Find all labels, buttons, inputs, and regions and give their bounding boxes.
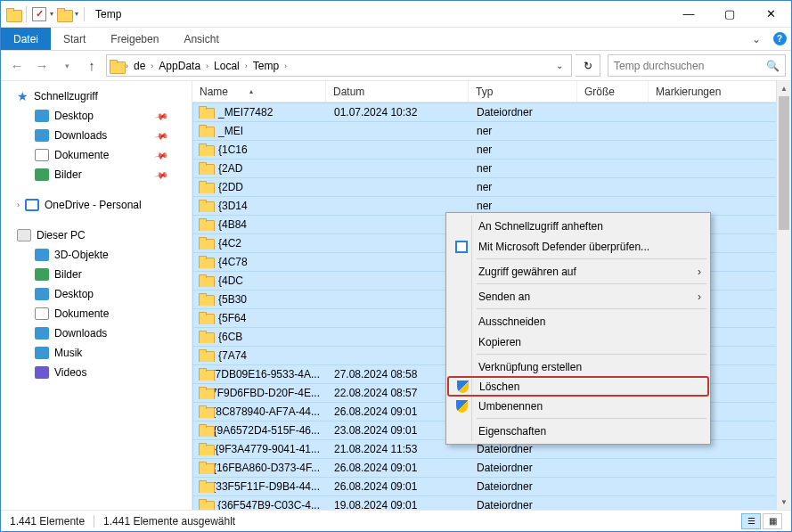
menu-create-shortcut[interactable]: Verknüpfung erstellen (448, 356, 708, 377)
chevron-right-icon[interactable]: › (282, 61, 289, 70)
sidebar-item[interactable]: Downloads (1, 323, 192, 343)
sidebar-onedrive[interactable]: › OneDrive - Personal (1, 195, 192, 215)
file-date: 21.08.2024 11:53 (327, 443, 469, 455)
folder-type-icon (35, 366, 49, 379)
folder-icon (199, 443, 210, 455)
table-row[interactable]: {16FBA860-D373-4F...26.08.2024 09:01Date… (192, 458, 791, 477)
column-name[interactable]: Name▴ (192, 81, 326, 102)
maximize-button[interactable]: ▢ (709, 1, 750, 28)
menu-send-to[interactable]: Senden an› (448, 286, 708, 307)
tab-start[interactable]: Start (51, 28, 98, 50)
folder-icon (199, 256, 213, 268)
breadcrumb[interactable]: de (130, 60, 149, 72)
view-details-button[interactable]: ☰ (741, 513, 761, 529)
column-type[interactable]: Typ (469, 81, 577, 102)
sidebar-item[interactable]: Videos (1, 363, 192, 382)
nav-up-button[interactable]: ↑ (81, 54, 102, 78)
chevron-right-icon[interactable]: › (243, 61, 249, 70)
window-title: Temp (90, 8, 121, 20)
file-date: 26.08.2024 09:01 (327, 462, 469, 474)
folder-app-icon (6, 8, 20, 20)
nav-back-button[interactable]: ← (6, 54, 28, 78)
menu-rename[interactable]: Umbenennen (448, 396, 708, 416)
sidebar-item-desktop[interactable]: Desktop 📌 (1, 106, 192, 126)
table-row[interactable]: _MEIner (192, 121, 791, 140)
refresh-button[interactable]: ↻ (576, 54, 600, 77)
table-row[interactable]: {36F547B9-C03C-4...19.08.2024 09:01Datei… (192, 495, 791, 510)
sidebar-item-label: Musik (54, 347, 82, 359)
qat-dropdown2-icon[interactable]: ▾ (75, 10, 78, 18)
search-icon: 🔍 (766, 60, 780, 72)
nav-forward-button[interactable]: → (31, 54, 53, 78)
minimize-button[interactable]: — (668, 1, 709, 28)
properties-qat-icon[interactable]: ✓ (32, 7, 46, 21)
file-name: {2DD (218, 181, 243, 193)
menu-defender-scan[interactable]: Mit Microsoft Defender überprüfen... (448, 236, 708, 257)
breadcrumb[interactable]: AppData (155, 60, 204, 72)
sidebar-item[interactable]: 3D-Objekte (1, 245, 192, 265)
ribbon-expand-icon[interactable]: ⌄ (745, 28, 768, 50)
help-button[interactable]: ? (768, 28, 791, 50)
menu-cut[interactable]: Ausschneiden (448, 311, 708, 331)
menu-grant-access[interactable]: Zugriff gewähren auf› (448, 261, 708, 282)
sidebar-quick-access[interactable]: ★ Schnellzugriff (1, 86, 192, 106)
qat-dropdown-icon[interactable]: ▾ (50, 10, 53, 18)
file-tab[interactable]: Datei (1, 28, 51, 50)
file-type: ner (469, 143, 578, 156)
column-markings[interactable]: Markierungen (649, 81, 791, 102)
menu-delete[interactable]: Löschen (447, 376, 709, 397)
content-area: Name▴ Datum Typ Größe Markierungen _MEI7… (192, 81, 791, 510)
sidebar-item-label: OneDrive - Personal (45, 199, 142, 211)
chevron-right-icon[interactable]: › (204, 61, 210, 70)
file-name: {36F547B9-C03C-4... (217, 499, 320, 511)
column-date[interactable]: Datum (326, 81, 469, 102)
scroll-down-icon[interactable]: ▼ (777, 495, 791, 510)
sidebar-this-pc[interactable]: Dieser PC (1, 225, 192, 245)
breadcrumb[interactable]: Temp (249, 60, 282, 72)
folder-icon (199, 181, 213, 193)
tab-view[interactable]: Ansicht (171, 28, 231, 50)
vertical-scrollbar[interactable]: ▲ ▼ (776, 81, 791, 510)
nav-history-dropdown[interactable]: ▾ (56, 54, 78, 78)
file-name: {7DB09E16-9533-4A... (212, 368, 320, 381)
chevron-right-icon: › (698, 291, 701, 303)
sidebar-item[interactable]: Dokumente (1, 304, 192, 323)
table-row[interactable]: {2ADner (192, 159, 791, 177)
sidebar-item-downloads[interactable]: Downloads 📌 (1, 126, 192, 145)
table-row[interactable]: {1C16ner (192, 140, 791, 159)
close-button[interactable]: ✕ (750, 1, 791, 28)
menu-copy[interactable]: Kopieren (448, 331, 708, 352)
address-dropdown-icon[interactable]: ⌄ (551, 61, 568, 70)
file-type: Dateiordner (469, 462, 578, 474)
sidebar-item[interactable]: Bilder (1, 265, 192, 284)
file-name: {9A6572D4-515F-46... (214, 424, 320, 437)
scroll-thumb[interactable] (779, 96, 789, 230)
table-row[interactable]: _MEI7748201.07.2024 10:32Dateiordner (192, 102, 791, 121)
view-icons-button[interactable]: ▦ (763, 513, 782, 529)
folder-icon (199, 293, 213, 306)
table-row[interactable]: {33F5F11F-D9B4-44...26.08.2024 09:01Date… (192, 477, 791, 495)
search-input[interactable]: Temp durchsuchen 🔍 (608, 54, 786, 77)
folder-qat-icon[interactable] (57, 8, 71, 20)
breadcrumb[interactable]: Local (210, 60, 243, 72)
tab-share[interactable]: Freigeben (98, 28, 171, 50)
chevron-right-icon[interactable]: › (149, 61, 155, 70)
sidebar-item-label: Dokumente (54, 149, 109, 161)
sidebar-item[interactable]: Musik (1, 343, 192, 363)
document-icon (35, 149, 49, 161)
pin-icon: 📌 (154, 168, 168, 182)
sidebar-item[interactable]: Desktop (1, 284, 192, 304)
file-name: {4C2 (218, 237, 241, 250)
sidebar-item-documents[interactable]: Dokumente 📌 (1, 145, 192, 165)
table-row[interactable]: {2DDner (192, 177, 791, 196)
sidebar-item-pictures[interactable]: Bilder 📌 (1, 165, 192, 184)
column-size[interactable]: Größe (577, 81, 649, 102)
address-bar[interactable]: › de › AppData › Local › Temp › ⌄ (106, 54, 572, 77)
folder-icon (199, 480, 207, 493)
chevron-right-icon: › (17, 201, 20, 209)
scroll-up-icon[interactable]: ▲ (777, 81, 791, 96)
menu-pin-quick-access[interactable]: An Schnellzugriff anheften (448, 216, 708, 236)
menu-properties[interactable]: Eigenschaften (448, 421, 708, 441)
folder-icon (199, 462, 208, 474)
titlebar: ✓ ▾ ▾ Temp — ▢ ✕ (1, 1, 791, 28)
